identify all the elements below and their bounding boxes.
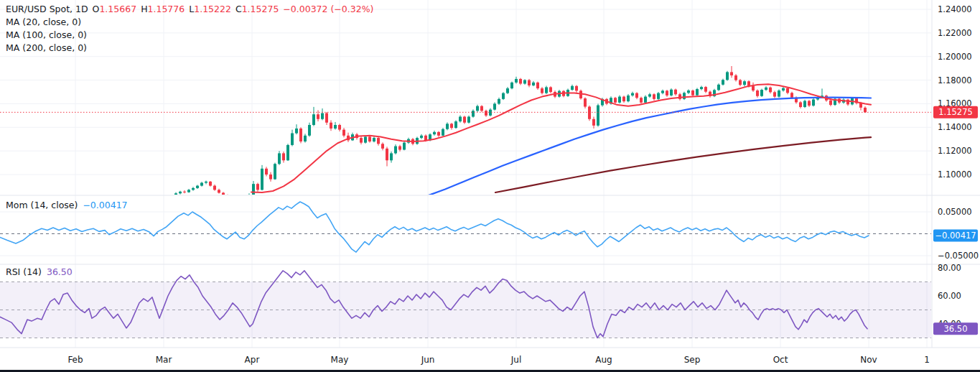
symbol-ohlc-row: EUR/USD Spot, 1DO1.15667H1.15776L1.15222… — [6, 3, 373, 16]
candle[interactable] — [467, 116, 470, 124]
candle[interactable] — [286, 144, 289, 161]
high-value: 1.15776 — [148, 4, 185, 14]
candle[interactable] — [778, 89, 780, 98]
candle[interactable] — [502, 92, 505, 100]
candle[interactable] — [261, 165, 263, 190]
close-value: 1.15275 — [242, 4, 279, 14]
close-label: C — [235, 4, 242, 14]
rsi-label: RSI (14) — [6, 266, 42, 277]
candle[interactable] — [834, 98, 836, 106]
chart-canvas[interactable]: 1.240001.220001.200001.180001.160001.140… — [0, 0, 980, 372]
ma100-legend[interactable]: MA (100, close, 0) — [6, 29, 373, 42]
change-value: −0.00372 (−0.32%) — [283, 4, 373, 14]
candle[interactable] — [812, 98, 815, 107]
candle[interactable] — [299, 127, 302, 143]
rsi-value: 36.50 — [47, 266, 73, 277]
candle[interactable] — [726, 71, 729, 81]
candle[interactable] — [510, 82, 513, 90]
candle[interactable] — [670, 88, 673, 96]
momentum-value: −0.00417 — [83, 200, 127, 210]
high-label: H — [141, 4, 147, 14]
symbol-legend[interactable]: EUR/USD Spot, 1DO1.15667H1.15776L1.15222… — [6, 3, 373, 55]
candle[interactable] — [713, 89, 716, 98]
candle[interactable] — [803, 100, 806, 108]
candle[interactable] — [274, 163, 276, 180]
candle[interactable] — [454, 120, 457, 129]
momentum-legend[interactable]: Mom (14, close)−0.00417 — [6, 200, 128, 210]
rsi-legend[interactable]: RSI (14)36.50 — [6, 266, 73, 277]
candle[interactable] — [588, 106, 591, 121]
candle[interactable] — [209, 181, 212, 187]
time-axis[interactable] — [0, 348, 980, 370]
candle[interactable] — [442, 128, 444, 136]
candle[interactable] — [683, 92, 686, 101]
momentum-label: Mom (14, close) — [6, 200, 78, 210]
candle[interactable] — [597, 103, 599, 126]
symbol-title: EUR/USD Spot, 1D — [6, 4, 88, 14]
open-value: 1.15667 — [99, 4, 136, 14]
candle[interactable] — [696, 88, 699, 96]
low-value: 1.15222 — [194, 4, 231, 14]
candle[interactable] — [657, 92, 660, 100]
open-label: O — [93, 4, 100, 14]
ma200-legend[interactable]: MA (200, close, 0) — [6, 42, 373, 55]
price-axis[interactable] — [931, 0, 980, 348]
candle[interactable] — [760, 89, 763, 97]
chart-root: 1.240001.220001.200001.180001.160001.140… — [0, 0, 980, 372]
ma20-legend[interactable]: MA (20, close, 0) — [6, 16, 373, 29]
